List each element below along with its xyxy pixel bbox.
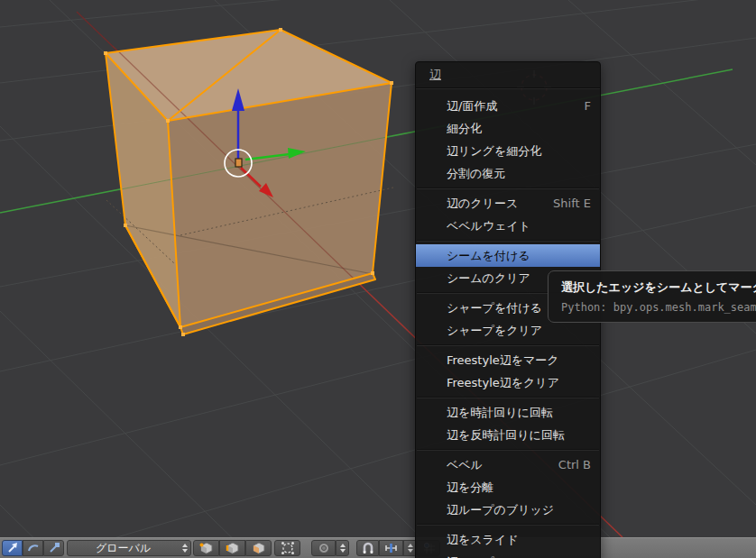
- menu-item-subdivide-edge-ring[interactable]: 辺リングを細分化: [416, 140, 600, 162]
- edge-mode-cube-icon: [226, 541, 240, 555]
- rotate-arc-icon: [27, 542, 40, 554]
- proportional-circle-icon: [318, 542, 330, 554]
- menu-item-mark-freestyle-edge[interactable]: Freestyle辺をマーク: [416, 349, 600, 371]
- menu-item-mark-seam[interactable]: シームを付ける: [416, 244, 600, 267]
- menu-item-rotate-edge-ccw[interactable]: 辺を反時計回りに回転: [416, 424, 600, 446]
- tooltip-python: Python: bpy.ops.mesh.mark_seam(: [561, 301, 756, 314]
- cube-face-right[interactable]: [168, 83, 392, 327]
- blender-window: グローバル: [0, 0, 756, 558]
- proportional-edit-button[interactable]: [311, 540, 336, 556]
- orientation-spinner[interactable]: [179, 544, 190, 553]
- snap-element-button[interactable]: [379, 540, 403, 556]
- menu-separator: [417, 240, 599, 242]
- snap-magnet-button[interactable]: [356, 540, 379, 556]
- menu-item-edge-crease[interactable]: 辺のクリースShift E: [416, 192, 600, 215]
- orientation-dropdown[interactable]: グローバル: [67, 540, 191, 556]
- snap-increment-icon: [384, 542, 399, 554]
- menu-separator: [417, 344, 599, 346]
- translate-manipulator-button[interactable]: [2, 540, 23, 556]
- menu-item-make-edge-face[interactable]: 辺/面作成F: [416, 95, 600, 117]
- proportional-spinner[interactable]: [336, 540, 349, 556]
- menu-item-bridge-edge-loops[interactable]: 辺ループのブリッジ: [416, 499, 600, 521]
- menu-item-subdivide[interactable]: 細分化: [416, 117, 600, 140]
- translate-arrow-icon: [6, 542, 19, 554]
- operator-tooltip: 選択したエッジをシームとしてマーク Python: bpy.ops.mesh.m…: [548, 270, 756, 323]
- menu-item-edge-slide[interactable]: 辺をスライド: [416, 528, 600, 551]
- vertex-mode-cube-icon: [199, 541, 214, 555]
- menu-separator: [417, 524, 599, 526]
- menu-item-clear-freestyle-edge[interactable]: Freestyle辺をクリア: [416, 371, 600, 394]
- tooltip-description: 選択したエッジをシームとしてマーク: [561, 279, 756, 296]
- limit-selection-button[interactable]: [274, 540, 300, 556]
- face-mode-cube-icon: [252, 541, 266, 555]
- viewport-header: グローバル: [0, 537, 756, 558]
- face-select-button[interactable]: [245, 540, 272, 556]
- cube[interactable]: [104, 28, 393, 336]
- menu-item-edge-loop[interactable]: 辺ループ: [416, 551, 600, 558]
- rotate-manipulator-button[interactable]: [23, 540, 43, 556]
- scale-manipulator-button[interactable]: [43, 540, 64, 556]
- menu-separator: [417, 188, 599, 189]
- occlude-geometry-icon: [281, 541, 295, 555]
- menu-item-rotate-edge-cw[interactable]: 辺を時計回りに回転: [416, 401, 600, 424]
- menu-item-edge-split[interactable]: 辺を分離: [416, 476, 600, 499]
- pivot-point: [235, 159, 242, 167]
- menu-title: 辺: [416, 62, 600, 88]
- scale-icon: [48, 542, 60, 554]
- menu-separator: [417, 397, 599, 398]
- edge-select-button[interactable]: [219, 540, 245, 556]
- menu-item-unsubdivide[interactable]: 分割の復元: [416, 162, 600, 185]
- magnet-icon: [362, 542, 374, 554]
- menu-item-bevel[interactable]: ベベルCtrl B: [416, 453, 600, 476]
- menu-item-bevel-weight[interactable]: ベベルウェイト: [416, 215, 600, 237]
- orientation-value: グローバル: [68, 540, 179, 556]
- vertex-select-button[interactable]: [193, 540, 219, 556]
- menu-separator: [417, 449, 599, 451]
